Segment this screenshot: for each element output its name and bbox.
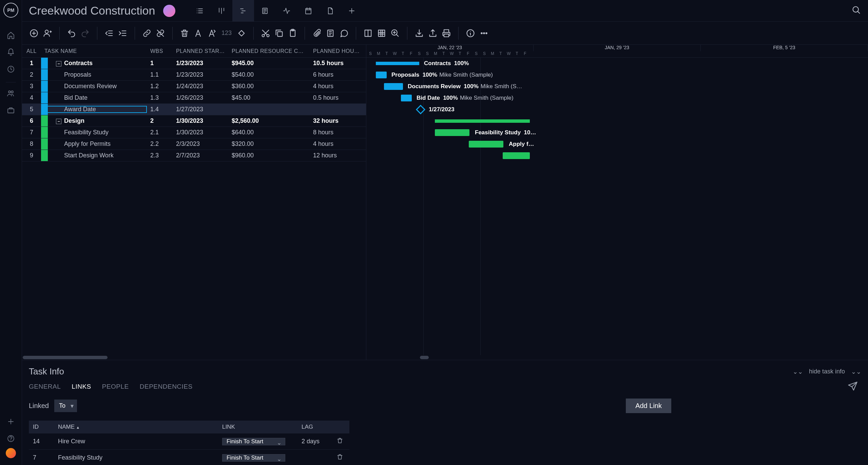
text-style-icon[interactable] <box>193 28 203 38</box>
task-row[interactable]: 5Award Date1.41/27/2023 <box>22 104 366 115</box>
linked-direction-select[interactable]: To <box>54 400 77 412</box>
link-icon[interactable] <box>142 28 152 38</box>
import-icon[interactable] <box>414 28 424 38</box>
redo-icon[interactable] <box>80 28 90 38</box>
col-header-cost[interactable]: PLANNED RESOURCE COST <box>228 48 310 54</box>
board-view-icon[interactable] <box>211 0 232 22</box>
copy-icon[interactable] <box>274 28 284 38</box>
outdent-icon[interactable] <box>104 28 114 38</box>
gantt-view-icon[interactable] <box>232 0 254 22</box>
task-row[interactable]: 4Bid Date1.31/26/2023$45.000.5 hours <box>22 92 366 104</box>
task-name-cell[interactable]: Start Design Work <box>41 152 147 159</box>
chevron-down-icon[interactable]: ⌄⌄ <box>793 368 803 375</box>
links-col-id[interactable]: ID <box>29 424 54 430</box>
task-row[interactable]: 9Start Design Work2.32/7/2023$960.0012 h… <box>22 150 366 161</box>
zoom-icon[interactable] <box>390 28 400 38</box>
search-icon[interactable] <box>852 5 861 16</box>
info-icon[interactable] <box>465 28 476 38</box>
gantt-bar[interactable] <box>435 129 469 136</box>
project-avatar[interactable] <box>163 5 175 17</box>
gantt-bar[interactable] <box>401 95 412 101</box>
cut-icon[interactable] <box>261 28 271 38</box>
chevron-down-icon[interactable]: ⌄⌄ <box>851 368 861 375</box>
task-row[interactable]: 6−Design21/30/2023$2,560.0032 hours <box>22 115 366 127</box>
link-row[interactable]: 7Feasibility StudyFinish To Start <box>29 450 349 465</box>
task-name-cell[interactable]: −Design <box>41 117 147 124</box>
tab-people[interactable]: PEOPLE <box>102 383 129 390</box>
gantt-bar[interactable] <box>435 119 530 123</box>
add-view-icon[interactable] <box>341 0 363 22</box>
plus-icon[interactable] <box>3 414 18 429</box>
hide-taskinfo-button[interactable]: hide task info <box>809 368 845 375</box>
link-type-select[interactable]: Finish To Start <box>222 454 285 462</box>
collapse-icon[interactable]: − <box>56 61 61 66</box>
more-icon[interactable] <box>479 28 489 38</box>
col-header-all[interactable]: ALL <box>22 48 41 54</box>
add-task-icon[interactable] <box>29 28 39 38</box>
task-name-cell[interactable]: Feasibility Study <box>41 129 147 136</box>
export-icon[interactable] <box>428 28 438 38</box>
clear-format-icon[interactable] <box>207 28 217 38</box>
task-name-cell[interactable]: Proposals <box>41 71 147 78</box>
col-header-name[interactable]: TASK NAME <box>41 48 147 54</box>
links-col-link[interactable]: LINK <box>218 424 297 430</box>
task-row[interactable]: 3Documents Review1.21/24/2023$360.004 ho… <box>22 81 366 92</box>
task-row[interactable]: 2Proposals1.11/23/2023$540.006 hours <box>22 69 366 81</box>
links-col-name[interactable]: NAME▲ <box>54 424 218 430</box>
milestone-icon[interactable] <box>236 28 247 38</box>
link-type-select[interactable]: Finish To Start <box>222 438 285 445</box>
links-col-lag[interactable]: LAG <box>297 424 331 430</box>
task-name-cell[interactable]: Award Date <box>41 106 147 113</box>
delete-link-icon[interactable] <box>331 437 349 446</box>
task-row[interactable]: 7Feasibility Study2.11/30/2023$640.008 h… <box>22 127 366 138</box>
gantt-hscroll[interactable] <box>366 355 868 360</box>
gantt-bar[interactable] <box>376 72 387 78</box>
gantt-bar[interactable] <box>384 83 403 90</box>
list-view-icon[interactable] <box>189 0 211 22</box>
file-view-icon[interactable] <box>319 0 341 22</box>
tab-dependencies[interactable]: DEPENDENCIES <box>140 383 193 390</box>
undo-icon[interactable] <box>66 28 77 38</box>
add-link-button[interactable]: Add Link <box>626 399 671 413</box>
gantt-bar[interactable] <box>469 141 503 148</box>
indent-icon[interactable] <box>118 28 128 38</box>
tab-links[interactable]: LINKS <box>72 383 91 390</box>
gantt-bar[interactable] <box>503 152 530 159</box>
briefcase-icon[interactable] <box>3 103 18 118</box>
columns-icon[interactable] <box>363 28 373 38</box>
delete-link-icon[interactable] <box>331 453 349 462</box>
grid-hscroll[interactable] <box>22 355 366 360</box>
attach-icon[interactable] <box>312 28 322 38</box>
col-header-start[interactable]: PLANNED START … <box>173 48 228 54</box>
app-logo[interactable]: PM <box>3 3 18 18</box>
people-icon[interactable] <box>3 86 18 101</box>
link-row[interactable]: 14Hire CrewFinish To Start2 days <box>29 433 349 450</box>
collapse-icon[interactable]: − <box>56 119 61 124</box>
assign-user-icon[interactable] <box>42 28 53 38</box>
comment-icon[interactable] <box>339 28 349 38</box>
col-header-hours[interactable]: PLANNED HOURS <box>310 48 364 54</box>
col-header-wbs[interactable]: WBS <box>147 48 173 54</box>
bell-icon[interactable] <box>3 45 18 60</box>
task-name-cell[interactable]: Documents Review <box>41 83 147 90</box>
task-row[interactable]: 1−Contracts11/23/2023$945.0010.5 hours <box>22 58 366 69</box>
gantt-bar[interactable] <box>376 62 419 65</box>
sheet-view-icon[interactable] <box>254 0 276 22</box>
paste-icon[interactable] <box>288 28 298 38</box>
unlink-icon[interactable] <box>155 28 166 38</box>
notes-icon[interactable] <box>325 28 335 38</box>
user-avatar[interactable] <box>6 448 16 458</box>
gantt-bar[interactable] <box>416 105 425 114</box>
help-icon[interactable] <box>3 431 18 446</box>
task-row[interactable]: 8Apply for Permits2.22/3/2023$320.004 ho… <box>22 138 366 150</box>
task-name-cell[interactable]: Bid Date <box>41 94 147 101</box>
tab-general[interactable]: GENERAL <box>29 383 61 390</box>
task-name-cell[interactable]: Apply for Permits <box>41 140 147 148</box>
task-name-cell[interactable]: −Contracts <box>41 60 147 67</box>
calendar-view-icon[interactable] <box>297 0 319 22</box>
delete-icon[interactable] <box>179 28 190 38</box>
grid-icon[interactable] <box>377 28 387 38</box>
send-icon[interactable] <box>848 381 858 393</box>
clock-icon[interactable] <box>3 62 18 77</box>
activity-view-icon[interactable] <box>276 0 297 22</box>
